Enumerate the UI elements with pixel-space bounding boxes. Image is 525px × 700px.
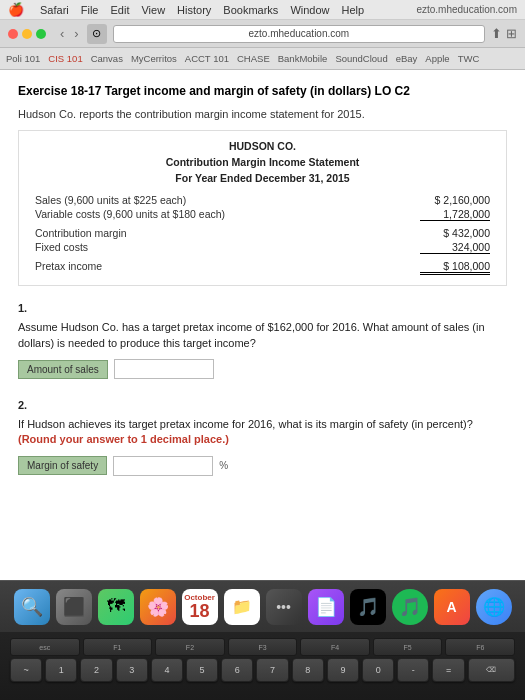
company-name: HUDSON CO. bbox=[35, 139, 490, 155]
margin-of-safety-input[interactable] bbox=[113, 456, 213, 476]
amount-of-sales-input[interactable] bbox=[114, 359, 214, 379]
dock-calendar[interactable]: October 18 bbox=[182, 589, 218, 625]
apple-icon[interactable]: 🍎 bbox=[8, 2, 24, 17]
question-2: 2. If Hudson achieves its target pretax … bbox=[18, 399, 507, 476]
dock-finder[interactable]: 🔍 bbox=[14, 589, 50, 625]
dock-app[interactable]: A bbox=[434, 589, 470, 625]
question-2-input-row: Margin of safety % bbox=[18, 456, 507, 476]
maximize-button[interactable] bbox=[36, 29, 46, 39]
key-f2[interactable]: F2 bbox=[155, 638, 225, 656]
key-5[interactable]: 5 bbox=[186, 658, 218, 682]
dock-finder2[interactable]: 📁 bbox=[224, 589, 260, 625]
menu-window[interactable]: Window bbox=[290, 4, 329, 16]
menu-bar: 🍎 Safari File Edit View History Bookmark… bbox=[0, 0, 525, 20]
contribution-label: Contribution margin bbox=[35, 227, 410, 239]
statement-fixed-row: Fixed costs 324,000 bbox=[35, 241, 490, 254]
page-content: Exercise 18-17 Target income and margin … bbox=[0, 70, 525, 580]
key-f4[interactable]: F4 bbox=[300, 638, 370, 656]
financial-statement: HUDSON CO. Contribution Margin Income St… bbox=[18, 130, 507, 286]
exercise-title: Exercise 18-17 Target income and margin … bbox=[18, 84, 507, 98]
screen: 🍎 Safari File Edit View History Bookmark… bbox=[0, 0, 525, 580]
url-bar[interactable]: ezto.mheducation.com bbox=[113, 25, 485, 43]
dock-safari[interactable]: 🌐 bbox=[476, 589, 512, 625]
sales-amount: $ 2,160,000 bbox=[410, 194, 490, 206]
dock-maps[interactable]: 🗺 bbox=[98, 589, 134, 625]
menu-history[interactable]: History bbox=[177, 4, 211, 16]
intro-text: Hudson Co. reports the contribution marg… bbox=[18, 108, 507, 120]
key-esc[interactable]: esc bbox=[10, 638, 80, 656]
key-f3[interactable]: F3 bbox=[228, 638, 298, 656]
variable-amount: 1,728,000 bbox=[410, 208, 490, 221]
key-f5[interactable]: F5 bbox=[373, 638, 443, 656]
key-equals[interactable]: = bbox=[432, 658, 464, 682]
statement-pretax-row: Pretax income $ 108,000 bbox=[35, 260, 490, 275]
key-minus[interactable]: - bbox=[397, 658, 429, 682]
key-6[interactable]: 6 bbox=[221, 658, 253, 682]
dock-launchpad[interactable]: ⬛ bbox=[56, 589, 92, 625]
sales-label: Sales (9,600 units at $225 each) bbox=[35, 194, 410, 206]
key-4[interactable]: 4 bbox=[151, 658, 183, 682]
percent-unit: % bbox=[219, 460, 228, 471]
minimize-button[interactable] bbox=[22, 29, 32, 39]
key-7[interactable]: 7 bbox=[256, 658, 288, 682]
number-keys-row: ~ 1 2 3 4 5 6 7 8 9 0 - = ⌫ bbox=[0, 656, 525, 684]
tab-bankmobile[interactable]: BankMobile bbox=[278, 53, 328, 64]
question-2-text-emphasis: (Round your answer to 1 decimal place.) bbox=[18, 433, 229, 445]
menu-help[interactable]: Help bbox=[342, 4, 365, 16]
statement-contribution-row: Contribution margin $ 432,000 bbox=[35, 227, 490, 239]
menu-edit[interactable]: Edit bbox=[110, 4, 129, 16]
key-0[interactable]: 0 bbox=[362, 658, 394, 682]
dock-music[interactable]: 🎵 bbox=[350, 589, 386, 625]
menu-view[interactable]: View bbox=[141, 4, 165, 16]
question-1-input-row: Amount of sales bbox=[18, 359, 507, 379]
dock: 🔍 ⬛ 🗺 🌸 October 18 📁 ••• 📄 🎵 🎵 A 🌐 bbox=[0, 580, 525, 632]
toolbar-icons: ⬆ ⊞ bbox=[491, 26, 517, 41]
dock-files[interactable]: 📄 bbox=[308, 589, 344, 625]
dock-spotify[interactable]: 🎵 bbox=[392, 589, 428, 625]
key-9[interactable]: 9 bbox=[327, 658, 359, 682]
tab-bar: Poli 101 CIS 101 Canvas MyCerritos ACCT … bbox=[0, 48, 525, 70]
question-2-number: 2. bbox=[18, 399, 507, 411]
back-button[interactable]: ‹ bbox=[58, 26, 66, 41]
tab-soundcloud[interactable]: SoundCloud bbox=[335, 53, 387, 64]
tab-acct101[interactable]: ACCT 101 bbox=[185, 53, 229, 64]
share-icon[interactable]: ⬆ bbox=[491, 26, 502, 41]
tab-poli101[interactable]: Poli 101 bbox=[6, 53, 40, 64]
menu-file[interactable]: File bbox=[81, 4, 99, 16]
function-keys-row: esc F1 F2 F3 F4 F5 F6 bbox=[0, 632, 525, 656]
pretax-label: Pretax income bbox=[35, 260, 410, 272]
tab-chase[interactable]: CHASE bbox=[237, 53, 270, 64]
question-1-text: Assume Hudson Co. has a target pretax in… bbox=[18, 320, 507, 351]
dock-photos[interactable]: 🌸 bbox=[140, 589, 176, 625]
key-f6[interactable]: F6 bbox=[445, 638, 515, 656]
key-8[interactable]: 8 bbox=[292, 658, 324, 682]
tab-twc[interactable]: TWC bbox=[458, 53, 480, 64]
close-button[interactable] bbox=[8, 29, 18, 39]
menu-bookmarks[interactable]: Bookmarks bbox=[223, 4, 278, 16]
tab-cis101[interactable]: CIS 101 bbox=[48, 53, 82, 64]
key-2[interactable]: 2 bbox=[80, 658, 112, 682]
reload-button[interactable]: ⊙ bbox=[87, 24, 107, 44]
statement-title: HUDSON CO. Contribution Margin Income St… bbox=[35, 139, 490, 186]
browser-toolbar: ‹ › ⊙ ezto.mheducation.com ⬆ ⊞ bbox=[0, 20, 525, 48]
tab-icon[interactable]: ⊞ bbox=[506, 26, 517, 41]
key-backspace[interactable]: ⌫ bbox=[468, 658, 515, 682]
tab-apple[interactable]: Apple bbox=[425, 53, 449, 64]
forward-button[interactable]: › bbox=[72, 26, 80, 41]
key-f1[interactable]: F1 bbox=[83, 638, 153, 656]
key-3[interactable]: 3 bbox=[116, 658, 148, 682]
contribution-amount: $ 432,000 bbox=[410, 227, 490, 239]
question-2-text: If Hudson achieves its target pretax inc… bbox=[18, 417, 507, 448]
traffic-lights bbox=[8, 29, 46, 39]
statement-sales-row: Sales (9,600 units at $225 each) $ 2,160… bbox=[35, 194, 490, 206]
pretax-amount: $ 108,000 bbox=[410, 260, 490, 275]
tab-mycerritos[interactable]: MyCerritos bbox=[131, 53, 177, 64]
margin-of-safety-label: Margin of safety bbox=[18, 456, 107, 475]
key-1[interactable]: 1 bbox=[45, 658, 77, 682]
key-tilde[interactable]: ~ bbox=[10, 658, 42, 682]
menu-safari[interactable]: Safari bbox=[40, 4, 69, 16]
tab-canvas[interactable]: Canvas bbox=[91, 53, 123, 64]
amount-of-sales-label: Amount of sales bbox=[18, 360, 108, 379]
dock-more[interactable]: ••• bbox=[266, 589, 302, 625]
tab-ebay[interactable]: eBay bbox=[396, 53, 418, 64]
